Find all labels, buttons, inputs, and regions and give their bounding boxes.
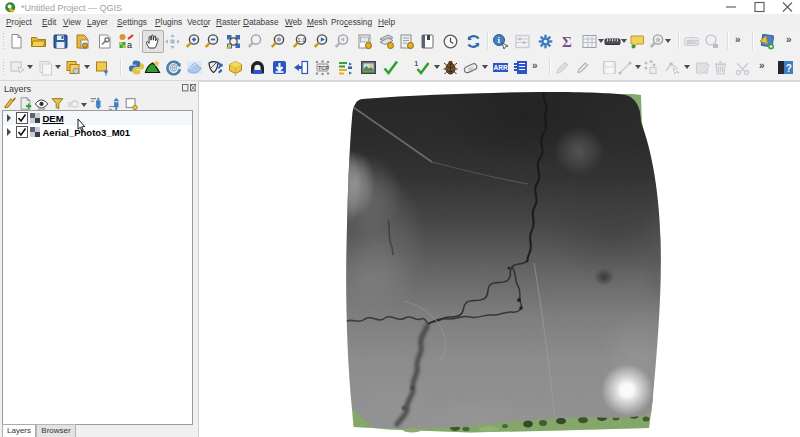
svg-text:?: ? [786,63,792,74]
svg-text:ARR: ARR [494,64,508,71]
svg-text:1:1: 1:1 [298,37,306,43]
svg-text:1: 1 [414,59,419,68]
svg-text:Σ: Σ [562,34,572,50]
svg-text:a: a [127,40,132,50]
svg-text:ε: ε [68,98,72,109]
svg-text:abc: abc [686,38,698,45]
svg-text:TCP: TCP [318,65,329,71]
